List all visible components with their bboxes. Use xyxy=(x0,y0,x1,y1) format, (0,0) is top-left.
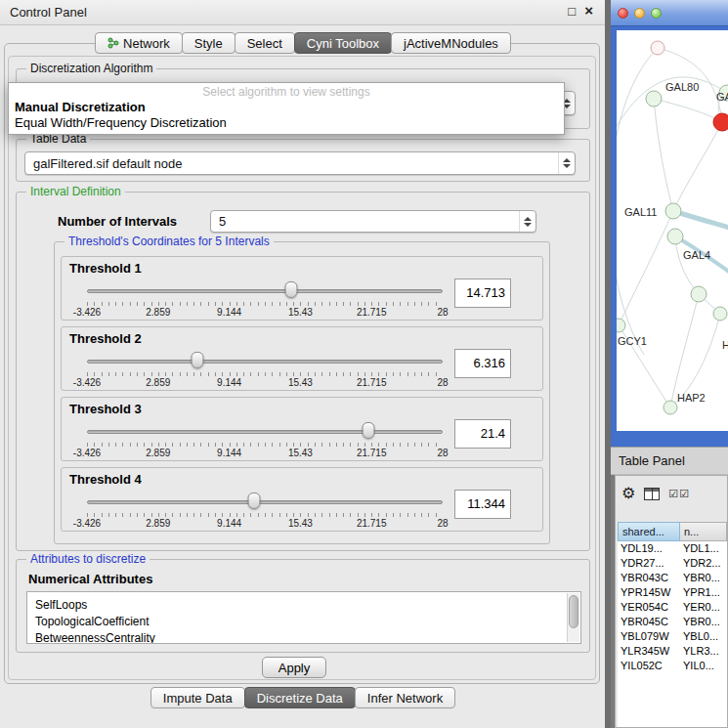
zoom-traffic-light-icon[interactable] xyxy=(651,8,662,19)
network-canvas[interactable]: GAL80 GA GAL11 GAL4 GCY1 HAP2 H xyxy=(617,30,728,431)
network-node-gal80[interactable] xyxy=(646,91,662,107)
table-header-row: shared... n... xyxy=(618,522,727,541)
list-item[interactable]: BetweennessCentrality xyxy=(27,630,580,644)
minimize-traffic-light-icon[interactable] xyxy=(634,8,645,19)
network-node-hap2[interactable] xyxy=(664,401,677,414)
table-row[interactable]: YDL19...YDL1... xyxy=(618,541,727,556)
network-edge xyxy=(670,294,699,407)
threshold-3-value-field[interactable]: 21.4 xyxy=(454,419,511,449)
tab-discretize-data[interactable]: Discretize Data xyxy=(244,687,356,708)
slider-thumb[interactable] xyxy=(191,352,203,368)
scale-label: 2.859 xyxy=(146,377,170,388)
threshold-2-slider[interactable] xyxy=(87,351,443,370)
thresholds-group: Threshold's Coordinates for 5 Intervals … xyxy=(54,241,550,544)
network-node-gal11[interactable] xyxy=(665,203,681,219)
network-node-gal4[interactable] xyxy=(667,229,683,244)
threshold-2-value-field[interactable]: 6.316 xyxy=(454,349,511,378)
float-window-icon[interactable]: □ xyxy=(568,4,576,19)
slider-tick-marks xyxy=(87,443,443,447)
table-data-group: Table Data galFiltered.sif default node xyxy=(16,139,590,182)
node-label-gal4: GAL4 xyxy=(683,249,710,261)
cell: YIL0... xyxy=(680,659,727,673)
algorithm-group-title: Discretization Algorithm xyxy=(26,62,156,75)
threshold-label: Threshold 1 xyxy=(69,261,142,276)
slider-thumb[interactable] xyxy=(362,422,374,439)
number-of-intervals-label: Number of Intervals xyxy=(58,214,177,229)
network-window-titlebar[interactable] xyxy=(611,0,728,26)
tab-select[interactable]: Select xyxy=(235,32,295,54)
table-row[interactable]: YIL052CYIL0... xyxy=(618,659,727,673)
close-traffic-light-icon[interactable] xyxy=(618,8,628,19)
slider-track xyxy=(87,360,443,364)
table-row[interactable]: YBR045CYBR0... xyxy=(618,615,727,629)
tab-network[interactable]: Network xyxy=(95,32,183,54)
scrollbar-thumb[interactable] xyxy=(569,595,578,628)
threshold-3-slider[interactable] xyxy=(87,421,443,441)
tab-cyni-toolbox[interactable]: Cyni Toolbox xyxy=(294,32,392,54)
scale-label: 15.43 xyxy=(288,377,313,388)
threshold-1-slider[interactable] xyxy=(87,280,443,300)
network-node[interactable] xyxy=(691,286,707,302)
column-header-name[interactable]: n... xyxy=(680,522,727,541)
control-panel-titlebar: Control Panel □ × xyxy=(0,0,605,25)
number-of-intervals-combobox[interactable]: 5 xyxy=(210,210,536,233)
node-label-gcy1: GCY1 xyxy=(618,335,647,347)
tab-impute-data[interactable]: Impute Data xyxy=(150,687,245,708)
node-label-gal11: GAL11 xyxy=(624,206,657,218)
threshold-1-value-field[interactable]: 14.713 xyxy=(454,278,511,308)
threshold-3-panel: Threshold 3 -3.426 2.859 9.144 15.43 21.… xyxy=(61,397,543,461)
table-row[interactable]: YBR043CYBR0... xyxy=(618,571,727,585)
scale-label: -3.426 xyxy=(73,377,101,388)
table-row[interactable]: YLR345WYLR3... xyxy=(618,644,727,659)
network-node-selected[interactable] xyxy=(713,113,728,131)
list-item[interactable]: TopologicalCoefficient xyxy=(27,614,580,630)
apply-button[interactable]: Apply xyxy=(262,657,326,678)
table-row[interactable]: YPR145WYPR1... xyxy=(618,585,727,600)
threshold-4-value-field[interactable]: 11.344 xyxy=(454,490,511,519)
slider-scale: -3.426 2.859 9.144 15.43 21.715 28 xyxy=(87,377,443,388)
columns-icon[interactable] xyxy=(644,488,660,500)
column-header-shared-name[interactable]: shared... xyxy=(618,522,680,541)
tab-infer-network[interactable]: Infer Network xyxy=(355,687,455,708)
table-row[interactable]: YER054CYER0... xyxy=(618,600,727,615)
popup-item-manual-discretization[interactable]: Manual Discretization xyxy=(9,99,564,114)
close-window-icon[interactable]: × xyxy=(584,2,593,19)
number-of-intervals-value: 5 xyxy=(219,214,226,229)
threshold-4-slider[interactable] xyxy=(87,492,443,511)
threshold-1-panel: Threshold 1 -3.426 2.859 9.144 15.43 21.… xyxy=(61,256,543,321)
table-panel: ⚙ ☑☑ shared... n... YDL19...YDL1... YDR2… xyxy=(615,475,728,728)
network-icon xyxy=(107,37,119,49)
cell: YPR145W xyxy=(618,585,680,600)
cell: YDR27... xyxy=(618,556,680,571)
node-label-partial: H xyxy=(722,339,728,351)
network-node[interactable] xyxy=(713,307,727,321)
scale-label: 2.859 xyxy=(146,448,170,458)
threshold-label: Threshold 4 xyxy=(69,472,142,487)
network-node[interactable] xyxy=(651,41,664,55)
threshold-label: Threshold 3 xyxy=(69,402,142,416)
list-scrollbar[interactable] xyxy=(567,593,579,642)
slider-tick-marks xyxy=(87,513,443,517)
select-columns-checkboxes-icon[interactable]: ☑☑ xyxy=(668,488,690,500)
tab-jactivemnodules[interactable]: jActiveMNodules xyxy=(391,32,511,54)
list-item[interactable]: SelfLoops xyxy=(27,597,580,614)
scale-label: -3.426 xyxy=(73,448,101,458)
tab-style[interactable]: Style xyxy=(182,32,236,54)
network-edge xyxy=(673,122,722,211)
popup-item-equal-width-frequency[interactable]: Equal Width/Frequency Discretization xyxy=(9,114,564,130)
network-edge xyxy=(619,211,673,325)
interval-definition-title: Interval Definition xyxy=(26,185,125,198)
popup-placeholder: Select algorithm to view settings xyxy=(9,85,564,99)
table-data-combobox[interactable]: galFiltered.sif default node xyxy=(24,151,576,175)
threshold-4-panel: Threshold 4 -3.426 2.859 9.144 15.43 21.… xyxy=(61,467,543,532)
network-edge-thick xyxy=(673,211,728,230)
top-tab-bar: Network Style Select Cyni Toolbox jActiv… xyxy=(0,32,605,54)
network-node-gcy1[interactable] xyxy=(617,319,625,332)
algorithm-dropdown-popup: Select algorithm to view settings Manual… xyxy=(8,82,565,135)
slider-thumb[interactable] xyxy=(285,281,298,298)
table-row[interactable]: YDR27...YDR2... xyxy=(618,556,727,571)
slider-thumb[interactable] xyxy=(248,492,261,509)
gear-icon[interactable]: ⚙ xyxy=(621,486,635,501)
table-row[interactable]: YBL079WYBL0... xyxy=(618,629,727,644)
slider-track xyxy=(87,500,443,504)
